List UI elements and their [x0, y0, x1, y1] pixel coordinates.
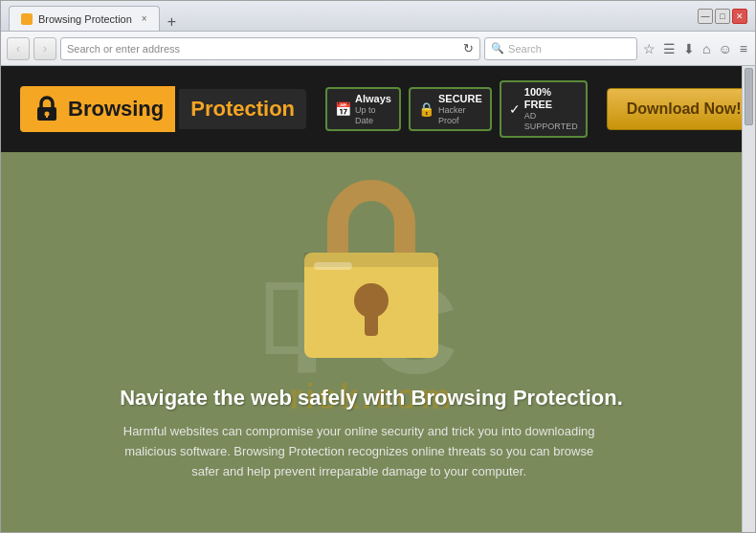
lock-svg	[285, 171, 457, 363]
home-icon[interactable]: ⌂	[700, 39, 712, 58]
check-badge-icon: ✓	[509, 101, 521, 117]
window-controls: — □ ✕	[698, 9, 747, 24]
forward-button[interactable]: ›	[33, 37, 56, 60]
hero-section: PC risk.com	[1, 152, 742, 532]
menu-icon[interactable]: ≡	[738, 39, 749, 58]
badge-sub-1: Up to Date	[355, 105, 391, 126]
badges-area: 📅 Always Up to Date 🔒 SECURE Hacker Proo…	[325, 80, 588, 138]
badge-main-2: SECURE	[438, 93, 482, 105]
logo-lock-icon	[32, 94, 62, 124]
svg-point-5	[354, 283, 389, 318]
lock-illustration	[285, 171, 457, 366]
logo-protection: Protection	[179, 89, 306, 129]
lock-badge-icon: 🔒	[418, 101, 434, 117]
protection-label: Protection	[190, 97, 295, 121]
badge-secure: 🔒 SECURE Hacker Proof	[409, 87, 492, 132]
close-button[interactable]: ✕	[732, 9, 747, 24]
browsing-label: Browsing	[68, 97, 164, 122]
svg-rect-6	[365, 313, 378, 336]
nav-icons: ☆ ☰ ⬇ ⌂ ☺ ≡	[641, 39, 749, 58]
scrollbar[interactable]	[742, 66, 755, 532]
back-button[interactable]: ‹	[7, 37, 30, 60]
logo-area: Browsing Protection	[20, 86, 306, 132]
browser-window: Browsing Protection × + — □ ✕ ‹ › Search…	[0, 0, 756, 533]
title-bar: Browsing Protection × + — □ ✕	[1, 1, 755, 32]
search-placeholder-text: Search	[508, 43, 542, 55]
new-tab-button[interactable]: +	[164, 13, 180, 31]
bookmark-icon[interactable]: ☆	[641, 39, 657, 58]
badge-always-updated: 📅 Always Up to Date	[325, 87, 401, 132]
search-bar[interactable]: 🔍 Search	[484, 37, 637, 60]
scrollbar-area: Browsing Protection 📅 Always Up to Date	[1, 66, 755, 532]
scroll-thumb[interactable]	[745, 68, 753, 125]
active-tab[interactable]: Browsing Protection ×	[9, 6, 160, 31]
logo-browsing: Browsing	[20, 86, 175, 132]
search-icon: 🔍	[491, 42, 504, 55]
hero-title: Navigate the web safely with Browsing Pr…	[120, 386, 623, 411]
badge-main-1: Always	[355, 93, 391, 105]
reading-icon[interactable]: ☰	[661, 39, 678, 58]
hero-description: Harmful websites can compromise your onl…	[120, 422, 598, 481]
download-now-button[interactable]: Download Now!	[607, 88, 742, 130]
page-content: Browsing Protection 📅 Always Up to Date	[1, 66, 742, 532]
badge-sub-2: Hacker Proof	[438, 105, 482, 126]
tab-title: Browsing Protection	[38, 13, 132, 25]
nav-bar: ‹ › Search or enter address ↻ 🔍 Search ☆…	[1, 32, 755, 66]
tab-favicon	[21, 13, 33, 25]
tab-close-button[interactable]: ×	[142, 13, 147, 24]
address-text: Search or enter address	[67, 43, 463, 55]
top-bar: Browsing Protection 📅 Always Up to Date	[1, 66, 742, 152]
tab-area: Browsing Protection × +	[9, 1, 690, 31]
badge-sub-3: AD SUPPORTED	[524, 111, 578, 132]
badge-main-3: 100% FREE	[524, 86, 578, 111]
minimize-button[interactable]: —	[698, 9, 713, 24]
svg-rect-7	[314, 262, 352, 270]
calendar-icon: 📅	[335, 101, 351, 117]
download-icon[interactable]: ⬇	[681, 39, 697, 58]
badge-free: ✓ 100% FREE AD SUPPORTED	[500, 80, 588, 138]
refresh-button[interactable]: ↻	[463, 41, 474, 56]
user-icon[interactable]: ☺	[717, 39, 734, 58]
svg-rect-2	[46, 114, 48, 118]
maximize-button[interactable]: □	[715, 9, 730, 24]
hero-text: Navigate the web safely with Browsing Pr…	[120, 386, 623, 481]
address-bar[interactable]: Search or enter address ↻	[60, 37, 480, 60]
